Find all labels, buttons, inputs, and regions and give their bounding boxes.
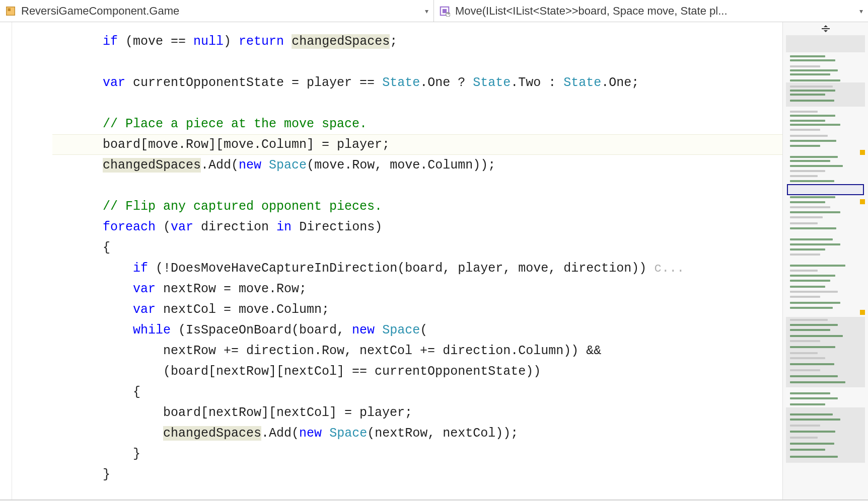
minimap-body[interactable] [786, 35, 865, 499]
navigation-bar: ReversiGameComponent.Game ▾ Move(IList<I… [0, 0, 868, 22]
member-dropdown[interactable]: Move(IList<IList<State>>board, Space mov… [434, 0, 868, 22]
editor-area: if (move == null) return changedSpaces; … [0, 22, 868, 500]
member-dropdown-label: Move(IList<IList<State>>board, Space mov… [455, 5, 855, 18]
code-pane[interactable]: if (move == null) return changedSpaces; … [52, 22, 782, 499]
svg-rect-3 [443, 9, 447, 13]
class-dropdown[interactable]: ReversiGameComponent.Game ▾ [0, 0, 434, 22]
outline-margin[interactable] [12, 22, 52, 499]
chevron-down-icon: ▾ [425, 7, 428, 15]
change-marker [860, 199, 865, 204]
code-text[interactable]: if (move == null) return changedSpaces; … [52, 22, 782, 485]
class-dropdown-label: ReversiGameComponent.Game [21, 5, 421, 18]
chevron-down-icon: ▾ [859, 7, 863, 15]
bottom-border [0, 500, 868, 502]
class-icon [5, 6, 16, 17]
svg-rect-7 [822, 28, 830, 29]
method-icon [439, 6, 450, 17]
split-handle-icon[interactable] [786, 22, 865, 35]
minimap-viewport[interactable] [787, 184, 864, 195]
svg-rect-1 [8, 8, 11, 11]
change-marker [860, 150, 865, 155]
change-marker [860, 310, 865, 315]
indicator-margin[interactable] [0, 22, 12, 499]
minimap-scrollbar[interactable] [782, 22, 868, 499]
